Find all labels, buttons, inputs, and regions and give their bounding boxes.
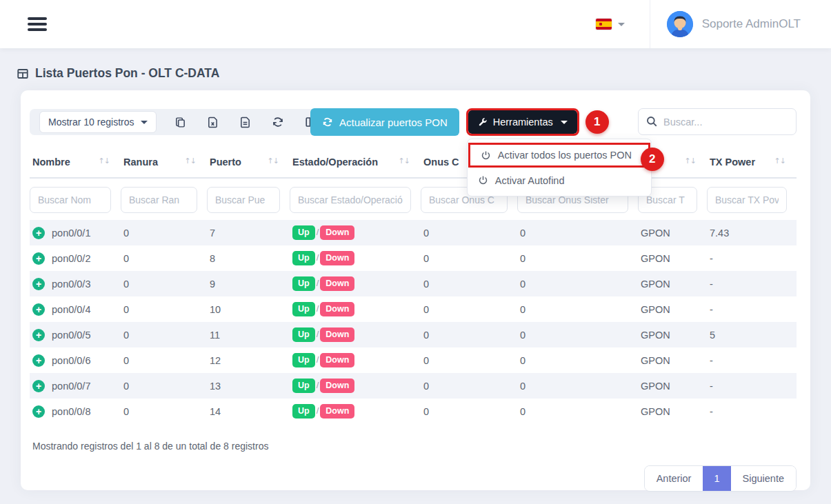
column-header-3[interactable]: ↑↓Estado/Operación	[290, 148, 421, 178]
file-export-icon[interactable]	[239, 117, 251, 128]
onus-sister-cell: 0	[517, 220, 638, 245]
status-badge-down: Down	[320, 276, 354, 291]
table-body: +pon0/0/107Up/Down00GPON7.43+pon0/0/208U…	[30, 220, 797, 424]
user-menu[interactable]: Soporte AdminOLT	[667, 11, 810, 37]
tx-power-cell: -	[707, 347, 797, 373]
sort-icon: ↑↓	[685, 157, 696, 165]
puerto-cell: 11	[207, 322, 290, 347]
expand-row-icon[interactable]: +	[32, 227, 45, 239]
onus-cell: 0	[421, 245, 517, 271]
port-name: pon0/0/5	[52, 330, 90, 341]
tipo-cell: GPON	[638, 399, 707, 424]
pagination-prev-button[interactable]: Anterior	[645, 466, 703, 491]
expand-row-icon[interactable]: +	[32, 278, 45, 290]
expand-row-icon[interactable]: +	[32, 380, 45, 392]
menu-item-label: Activar todos los puertos PON	[498, 150, 632, 161]
filter-cell	[207, 178, 290, 220]
filter-row	[30, 178, 797, 220]
status-badge-down: Down	[320, 327, 354, 342]
expand-row-icon[interactable]: +	[32, 329, 45, 341]
onus-sister-cell: 0	[517, 296, 638, 322]
status-separator: /	[317, 278, 319, 288]
table-row: +pon0/0/208Up/Down00GPON-	[30, 245, 797, 271]
onus-sister-cell: 0	[517, 399, 638, 424]
user-avatar	[667, 11, 693, 37]
sort-icon: ↑↓	[99, 157, 110, 165]
menu-item-activate-autofind[interactable]: Activar Autofind	[468, 169, 651, 192]
status-badge-down: Down	[320, 404, 354, 419]
filter-cell	[707, 178, 797, 220]
wrench-icon	[478, 117, 488, 127]
table-row: +pon0/0/8014Up/Down00GPON-	[30, 399, 797, 424]
status-badge-up: Up	[292, 327, 315, 342]
puerto-cell: 12	[207, 347, 290, 373]
menu-item-activate-all-pon-ports[interactable]: Activar todos los puertos PON	[470, 145, 648, 165]
expand-row-icon[interactable]: +	[32, 303, 45, 316]
column-header-7[interactable]: ↑↓TX Power	[707, 148, 797, 178]
language-selector[interactable]	[596, 19, 625, 30]
tx-power-cell: -	[707, 399, 797, 424]
records-summary: Mostrando registros del 1 al 8 de un tot…	[30, 441, 797, 452]
column-filter-input-2[interactable]	[207, 187, 280, 213]
column-label: Estado/Operación	[292, 157, 378, 168]
filter-cell	[30, 178, 121, 220]
estado-cell: Up/Down	[290, 347, 421, 373]
status-badge-up: Up	[292, 379, 315, 393]
puerto-cell: 10	[207, 296, 290, 322]
search-input[interactable]	[638, 108, 797, 135]
tx-power-cell: -	[707, 245, 797, 271]
column-filter-input-7[interactable]	[707, 187, 787, 213]
column-filter-input-1[interactable]	[121, 187, 197, 213]
column-header-2[interactable]: ↑↓Puerto	[207, 148, 290, 178]
estado-cell: Up/Down	[290, 296, 421, 322]
tx-power-cell: 7.43	[707, 220, 797, 245]
ranura-cell: 0	[121, 271, 207, 296]
expand-row-icon[interactable]: +	[32, 405, 45, 418]
column-filter-input-0[interactable]	[30, 187, 111, 213]
column-filter-input-3[interactable]	[290, 187, 411, 213]
copy-icon[interactable]	[174, 117, 186, 128]
tools-button[interactable]: Herramientas	[468, 110, 577, 134]
status-badge-down: Down	[320, 353, 354, 367]
status-badge-up: Up	[292, 251, 315, 265]
column-header-1[interactable]: ↑↓Ranura	[121, 148, 207, 178]
status-badge-up: Up	[292, 404, 315, 419]
update-pon-ports-button[interactable]: Actualizar puertos PON	[310, 108, 459, 136]
onus-cell: 0	[421, 399, 517, 424]
user-name: Soporte AdminOLT	[702, 17, 801, 31]
column-header-0[interactable]: ↑↓Nombre	[30, 148, 121, 178]
excel-export-icon[interactable]	[207, 117, 219, 128]
pon-ports-card: Mostrar 10 registros	[21, 90, 810, 490]
refresh-icon[interactable]	[272, 116, 284, 128]
chevron-down-icon	[561, 121, 568, 124]
filter-cell	[290, 178, 421, 220]
hamburger-icon[interactable]	[28, 14, 47, 34]
puerto-cell: 8	[207, 245, 290, 271]
estado-cell: Up/Down	[290, 373, 421, 399]
tipo-cell: GPON	[638, 296, 707, 322]
puerto-cell: 7	[207, 220, 290, 245]
table-row: +pon0/0/4010Up/Down00GPON-	[30, 296, 797, 322]
status-badge-down: Down	[320, 379, 354, 393]
onus-sister-cell: 0	[517, 347, 638, 373]
status-badge-down: Down	[320, 302, 354, 316]
expand-row-icon[interactable]: +	[32, 354, 45, 367]
menu-item-label: Activar Autofind	[495, 175, 565, 186]
chevron-down-icon	[141, 121, 148, 124]
table-toolbar: Mostrar 10 registros	[30, 107, 797, 137]
update-pon-ports-label: Actualizar puertos PON	[339, 117, 448, 128]
estado-cell: Up/Down	[290, 220, 421, 245]
expand-row-icon[interactable]: +	[32, 252, 45, 265]
ranura-cell: 0	[121, 399, 207, 424]
puerto-cell: 14	[207, 399, 290, 424]
tools-button-label: Herramientas	[493, 117, 553, 128]
column-label: Nombre	[32, 157, 70, 168]
onus-sister-cell: 0	[517, 271, 638, 296]
pagination-page-1[interactable]: 1	[703, 466, 730, 491]
estado-cell: Up/Down	[290, 399, 421, 424]
power-icon	[478, 175, 488, 185]
pagination-next-button[interactable]: Siguiente	[731, 466, 796, 491]
show-entries-dropdown[interactable]: Mostrar 10 registros	[39, 111, 157, 133]
tools-dropdown-wrapper: Herramientas 1 Activar todos los puertos…	[468, 110, 577, 134]
spain-flag-icon	[596, 19, 612, 30]
